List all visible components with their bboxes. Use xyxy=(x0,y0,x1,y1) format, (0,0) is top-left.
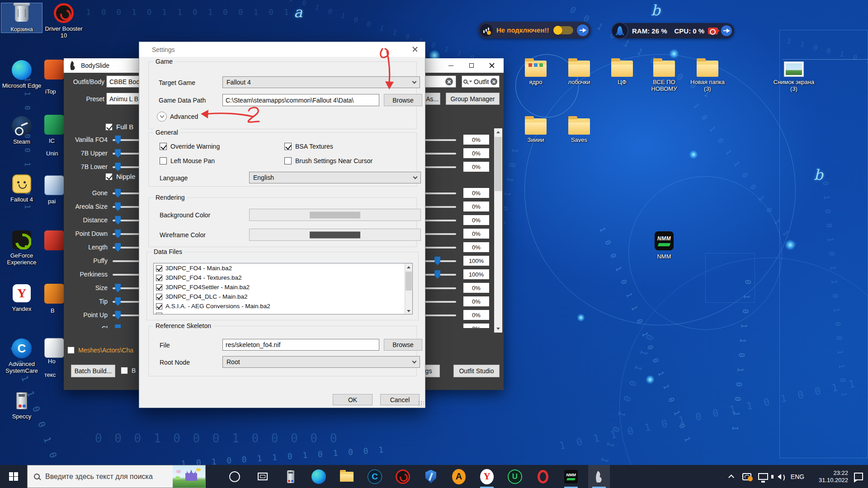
left-mouse-pan-checkbox[interactable]: Left Mouse Pan xyxy=(160,157,215,164)
desktop-folder-new-3[interactable]: Новая папка (3) xyxy=(687,59,728,92)
wireframe-color-button[interactable] xyxy=(249,229,421,241)
language-select[interactable]: English xyxy=(249,172,421,183)
checkbox[interactable] xyxy=(160,143,167,150)
tray-expand-chevron[interactable] xyxy=(723,465,739,488)
connection-toggle[interactable] xyxy=(553,26,573,34)
slider-thumb[interactable] xyxy=(115,311,121,319)
meshes-path-row[interactable]: Meshes\Actors\Cha xyxy=(67,347,133,354)
taskbar-app-driver-booster[interactable] xyxy=(392,465,414,488)
slider-thumb[interactable] xyxy=(115,163,121,171)
tray-sync-icon[interactable] xyxy=(739,465,755,488)
data-files-list[interactable]: 3DNPC_FO4 - Main.ba2 3DNPC_FO4 - Texture… xyxy=(153,263,413,314)
document-icon-partial[interactable] xyxy=(44,175,64,195)
brush-settings-checkbox[interactable]: Brush Settings Near Cursor xyxy=(284,157,373,164)
bodyslide-scrollbar[interactable] xyxy=(494,128,502,333)
data-files-scrollbar[interactable] xyxy=(405,263,412,314)
resize-grip[interactable] xyxy=(418,401,424,406)
game-data-path-input[interactable]: C:\Steam\steamapps\common\Fallout 4\Data… xyxy=(222,94,379,106)
slider-value-box[interactable]: 0% xyxy=(463,242,489,252)
browse-data-path-button[interactable]: Browse xyxy=(384,94,422,106)
checkbox[interactable] xyxy=(284,157,292,164)
slider-value-box[interactable]: 0% xyxy=(463,135,489,145)
clear-icon[interactable] xyxy=(491,78,497,85)
ok-button[interactable]: OK xyxy=(333,394,373,405)
checkbox[interactable] xyxy=(160,157,167,164)
task-view-button[interactable] xyxy=(252,465,274,488)
record-camera-icon[interactable] xyxy=(708,28,718,34)
slider-thumb[interactable] xyxy=(115,297,121,306)
checkbox[interactable] xyxy=(156,303,162,310)
system-monitor-widget[interactable]: RAM: 26 % CPU: 0 % xyxy=(613,23,734,38)
settings-titlebar[interactable]: Settings xyxy=(139,42,425,57)
slider-value-box[interactable]: 100% xyxy=(463,269,489,279)
target-game-select[interactable]: Fallout 4 xyxy=(222,76,420,88)
data-file-row[interactable]: 3DNPC_FO4 - Main.ba2 xyxy=(154,263,412,273)
uninstaller-icon-partial[interactable] xyxy=(44,115,64,135)
taskbar-app-iobit-uninstaller[interactable]: U xyxy=(504,465,526,488)
slider-value-box[interactable]: 0% xyxy=(463,229,489,239)
batch-build-button[interactable]: Batch Build... xyxy=(71,365,115,377)
taskbar-app-advanced-systemcare[interactable]: C xyxy=(364,465,386,488)
desktop-icon-geforce[interactable]: GeForce Experience xyxy=(1,230,42,266)
checkbox[interactable] xyxy=(156,284,162,291)
scroll-down-arrow[interactable] xyxy=(494,325,502,333)
scroll-down-arrow[interactable] xyxy=(405,307,412,314)
advanced-expander[interactable]: Advanced xyxy=(157,112,198,122)
slider-thumb[interactable] xyxy=(115,189,121,197)
slider-thumb[interactable] xyxy=(115,136,121,144)
data-file-row[interactable]: 3DNPC_FO4_DLC - Main.ba2 xyxy=(154,292,412,301)
group-manager-button[interactable]: Group Manager xyxy=(446,93,500,105)
data-file-row[interactable] xyxy=(154,311,412,314)
clear-icon[interactable] xyxy=(445,78,453,85)
desktop-folder-saves[interactable]: Saves xyxy=(558,117,600,143)
checkbox[interactable] xyxy=(156,313,162,315)
slider-value-box[interactable]: 0% xyxy=(463,310,489,320)
desktop-icon-fallout4[interactable]: Fallout 4 xyxy=(1,174,42,203)
desktop-folder-lobochki[interactable]: лобочки xyxy=(558,59,600,85)
desktop-icon-advanced-systemcare[interactable]: C Advanced SystemCare xyxy=(1,338,42,374)
override-warning-checkbox[interactable]: Override Warning xyxy=(160,143,220,150)
search-highlight-image[interactable] xyxy=(173,465,205,488)
data-file-row[interactable]: 3DNPC_FO4 - Textures.ba2 xyxy=(154,273,412,282)
tray-language[interactable]: ENG xyxy=(788,465,807,488)
full-body-checkbox[interactable]: Full B xyxy=(105,123,133,131)
desktop-folder-yadro[interactable]: ядро xyxy=(515,59,557,85)
desktop-folder-vse-po-novomu[interactable]: ВСЕ ПО НОВОМУ xyxy=(643,59,685,92)
checkbox[interactable] xyxy=(67,347,75,354)
slider-thumb[interactable] xyxy=(115,149,121,158)
taskbar-app-speccy[interactable] xyxy=(280,465,302,488)
outfit-studio-button[interactable]: Outfit Studio xyxy=(453,365,500,377)
text-doc-icon-partial[interactable] xyxy=(44,338,64,358)
data-file-row[interactable]: A.S.I.A. - AEG Conversions - Main.ba2 xyxy=(154,301,412,311)
red-icon-partial[interactable] xyxy=(44,230,64,250)
taskbar-app-nmm[interactable]: NMM xyxy=(560,465,582,488)
data-file-row[interactable]: 3DNPC_FO4Settler - Main.ba2 xyxy=(154,282,412,292)
browse-skeleton-button[interactable]: Browse xyxy=(384,339,422,351)
slider-value-box[interactable]: 0% xyxy=(463,162,489,172)
checkbox[interactable] xyxy=(105,123,113,131)
slider-thumb[interactable] xyxy=(115,202,121,211)
minimize-button[interactable] xyxy=(441,58,461,73)
checkbox[interactable] xyxy=(156,294,162,300)
slider-thumb[interactable] xyxy=(115,216,121,225)
open-arrow-icon[interactable] xyxy=(721,25,732,36)
root-node-select[interactable]: Root xyxy=(222,356,420,368)
taskbar-app-amigo[interactable]: A xyxy=(448,465,470,488)
desktop-icon-edge[interactable]: Microsoft Edge xyxy=(1,60,42,89)
maximize-button[interactable] xyxy=(461,58,481,73)
tray-network-icon[interactable] xyxy=(755,465,771,488)
checkbox[interactable] xyxy=(156,265,162,272)
desktop-icon-recycle-bin[interactable]: Корзина xyxy=(1,3,42,33)
slider-thumb[interactable] xyxy=(115,243,121,252)
tray-volume-icon[interactable] xyxy=(771,465,788,488)
scrollbar-thumb[interactable] xyxy=(495,137,502,191)
scrollbar-thumb[interactable] xyxy=(406,272,412,291)
taskbar-app-yandex[interactable]: Y xyxy=(476,465,498,488)
slider-thumb[interactable] xyxy=(115,284,121,292)
desktop-icon-screenshot-3[interactable]: Снимок экрана (3) xyxy=(773,59,815,92)
slider-thumb[interactable] xyxy=(115,230,121,238)
desktop-icon-driver-booster[interactable]: Driver Booster 10 xyxy=(43,3,84,39)
slider-value-box[interactable]: 0% xyxy=(463,296,489,306)
orange-icon-partial[interactable] xyxy=(44,284,64,304)
slider-value-box[interactable]: 0% xyxy=(463,188,489,198)
